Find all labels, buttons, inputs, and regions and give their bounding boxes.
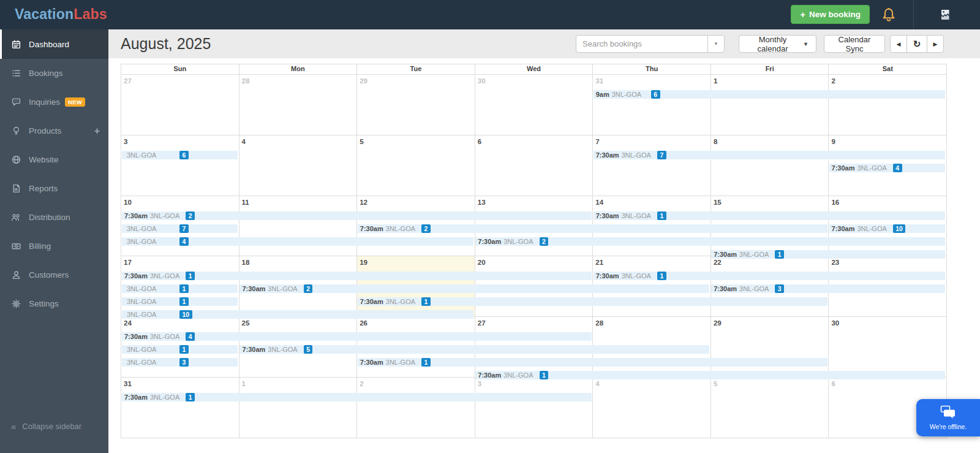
calendar-event[interactable]: 3NL-GOA1 bbox=[122, 345, 238, 354]
day-number: 6 bbox=[478, 138, 481, 145]
calendar-event[interactable]: 3NL-GOA3 bbox=[122, 358, 238, 367]
sidebar-item-settings[interactable]: Settings bbox=[0, 289, 108, 318]
day-cell[interactable]: 11 bbox=[239, 196, 357, 256]
sidebar-item-label: Distribution bbox=[29, 213, 70, 222]
day-number: 23 bbox=[831, 259, 839, 266]
booking-count-badge: 5 bbox=[304, 345, 313, 354]
sidebar-item-customers[interactable]: Customers bbox=[0, 261, 108, 289]
booking-count-badge: 1 bbox=[540, 371, 549, 379]
calendar-event[interactable]: 7:30am3NL-GOA1 bbox=[122, 272, 592, 280]
event-title: 3NL-GOA bbox=[127, 298, 156, 305]
calendar-event[interactable]: 7:30am3NL-GOA1 bbox=[475, 371, 945, 379]
day-cell[interactable]: 3 bbox=[121, 135, 239, 196]
day-cell[interactable]: 2 bbox=[828, 75, 946, 135]
sidebar-item-bookings[interactable]: Bookings bbox=[0, 59, 108, 88]
day-cell[interactable]: 5 bbox=[710, 378, 829, 438]
calendar-event[interactable]: 7:30am3NL-GOA10 bbox=[829, 224, 945, 233]
calendar-event[interactable]: 3NL-GOA4 bbox=[122, 237, 473, 246]
calendar-event[interactable]: 7:30am3NL-GOA4 bbox=[829, 164, 945, 172]
calendar-event[interactable]: 7:30am3NL-GOA1 bbox=[358, 297, 827, 306]
search-dropdown-toggle[interactable]: ▼ bbox=[707, 36, 724, 52]
event-text: 7:30am3NL-GOA bbox=[358, 298, 415, 305]
calendar-sync-button[interactable]: Calendar Sync bbox=[824, 35, 885, 53]
calendar-event[interactable]: 9am3NL-GOA6 bbox=[594, 90, 945, 99]
day-number: 29 bbox=[360, 77, 368, 85]
day-cell[interactable]: 7 bbox=[592, 135, 710, 196]
event-title: 3NL-GOA bbox=[268, 285, 297, 292]
calendar-event[interactable]: 3NL-GOA1 bbox=[122, 297, 238, 306]
next-month-button[interactable]: ▶ bbox=[927, 35, 944, 53]
app-logo[interactable]: VacationLabs bbox=[15, 6, 107, 23]
day-cell[interactable]: 28 bbox=[239, 75, 357, 135]
sidebar-item-reports[interactable]: Reports bbox=[0, 174, 108, 203]
calendar-event[interactable]: 7:30am3NL-GOA1 bbox=[358, 358, 827, 367]
chat-widget[interactable]: We're offline. bbox=[916, 399, 980, 436]
calendar-week-row: 311234567:30am3NL-GOA1 bbox=[121, 377, 946, 438]
day-cell[interactable]: 29 bbox=[710, 317, 829, 377]
sidebar-item-website[interactable]: Website bbox=[0, 145, 108, 174]
search-bookings-input[interactable] bbox=[576, 36, 710, 52]
calendar-event[interactable]: 7:30am3NL-GOA1 bbox=[711, 250, 945, 259]
day-cell[interactable]: 4 bbox=[592, 378, 710, 438]
chat-forum-icon bbox=[940, 405, 956, 421]
calendar-event[interactable]: 7:30am3NL-GOA7 bbox=[594, 151, 945, 159]
caret-down-icon: ▼ bbox=[803, 41, 809, 47]
calendar-event[interactable]: 3NL-GOA1 bbox=[122, 284, 238, 293]
day-cell[interactable]: 8 bbox=[710, 135, 829, 196]
avatar-broken-image-icon[interactable] bbox=[937, 7, 954, 23]
day-number: 27 bbox=[124, 77, 132, 85]
event-text: 3NL-GOA bbox=[122, 346, 173, 353]
day-cell[interactable]: 31 bbox=[592, 75, 710, 135]
day-header-sat: Sat bbox=[828, 64, 946, 74]
calendar-event[interactable]: 7:30am3NL-GOA4 bbox=[122, 332, 592, 341]
calendar-event[interactable]: 7:30am3NL-GOA1 bbox=[594, 211, 945, 220]
day-number: 2 bbox=[831, 77, 835, 85]
booking-count-badge: 7 bbox=[179, 224, 189, 233]
event-text: 7:30am3NL-GOA bbox=[829, 164, 887, 172]
calendar-event[interactable]: 7:30am3NL-GOA1 bbox=[122, 393, 592, 402]
sidebar-item-billing[interactable]: Billing bbox=[0, 232, 108, 261]
day-number: 4 bbox=[242, 138, 246, 145]
refresh-button[interactable]: ↻ bbox=[907, 35, 927, 53]
calendar-event[interactable]: 7:30am3NL-GOA2 bbox=[475, 237, 945, 246]
day-cell[interactable]: 5 bbox=[356, 135, 475, 196]
calendar-event[interactable]: 7:30am3NL-GOA5 bbox=[239, 345, 709, 354]
plus-icon[interactable]: + bbox=[94, 126, 100, 137]
prev-month-button[interactable]: ◀ bbox=[890, 35, 907, 53]
day-cell[interactable]: 3 bbox=[475, 378, 593, 438]
sidebar-item-products[interactable]: Products+ bbox=[0, 116, 108, 145]
day-cell[interactable]: 30 bbox=[828, 317, 946, 377]
day-cell[interactable]: 27 bbox=[121, 75, 239, 135]
sidebar-item-dashboard[interactable]: Dashboard bbox=[0, 29, 108, 59]
calendar-event[interactable]: 7:30am3NL-GOA3 bbox=[711, 284, 945, 293]
day-cell[interactable]: 2 bbox=[356, 378, 475, 438]
day-number: 30 bbox=[478, 77, 486, 85]
day-cell[interactable]: 4 bbox=[239, 135, 357, 196]
booking-count-badge: 4 bbox=[179, 237, 189, 246]
notifications-bell-icon[interactable] bbox=[880, 6, 898, 24]
event-title: 3NL-GOA bbox=[150, 394, 179, 401]
day-cell[interactable]: 6 bbox=[475, 135, 593, 196]
day-cell[interactable]: 30 bbox=[475, 75, 593, 135]
day-cell[interactable]: 1 bbox=[239, 378, 357, 438]
calendar-event[interactable]: 3NL-GOA10 bbox=[122, 310, 473, 319]
collapse-sidebar-button[interactable]: « Collapse sidebar bbox=[0, 416, 119, 436]
calendar-event[interactable]: 7:30am3NL-GOA2 bbox=[239, 284, 709, 293]
day-cell[interactable]: 1 bbox=[710, 75, 829, 135]
calendar-event[interactable]: 3NL-GOA6 bbox=[122, 151, 238, 159]
event-title: 3NL-GOA bbox=[612, 91, 641, 98]
booking-count-badge: 1 bbox=[775, 250, 784, 259]
day-cell[interactable]: 31 bbox=[121, 378, 239, 438]
event-title: 3NL-GOA bbox=[739, 251, 769, 258]
calendar-event[interactable]: 7:30am3NL-GOA2 bbox=[122, 211, 592, 220]
calendar-event[interactable]: 3NL-GOA7 bbox=[122, 224, 238, 233]
new-booking-button[interactable]: + New booking bbox=[791, 5, 870, 24]
event-title: 3NL-GOA bbox=[622, 151, 651, 159]
sidebar-item-distribution[interactable]: Distribution bbox=[0, 203, 108, 232]
view-selector-button[interactable]: Monthly calendar ▼ bbox=[739, 35, 816, 53]
sidebar-item-inquiries[interactable]: InquiriesNEW bbox=[0, 88, 108, 116]
day-number: 29 bbox=[714, 319, 722, 327]
calendar-event[interactable]: 7:30am3NL-GOA2 bbox=[358, 224, 827, 233]
day-cell[interactable]: 29 bbox=[356, 75, 475, 135]
calendar-event[interactable]: 7:30am3NL-GOA1 bbox=[594, 272, 945, 280]
